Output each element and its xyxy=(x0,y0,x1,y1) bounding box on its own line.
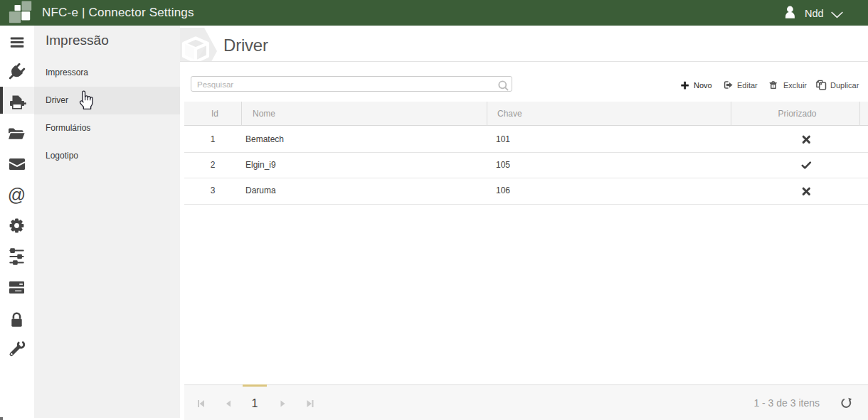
svg-text:@: @ xyxy=(8,185,26,205)
